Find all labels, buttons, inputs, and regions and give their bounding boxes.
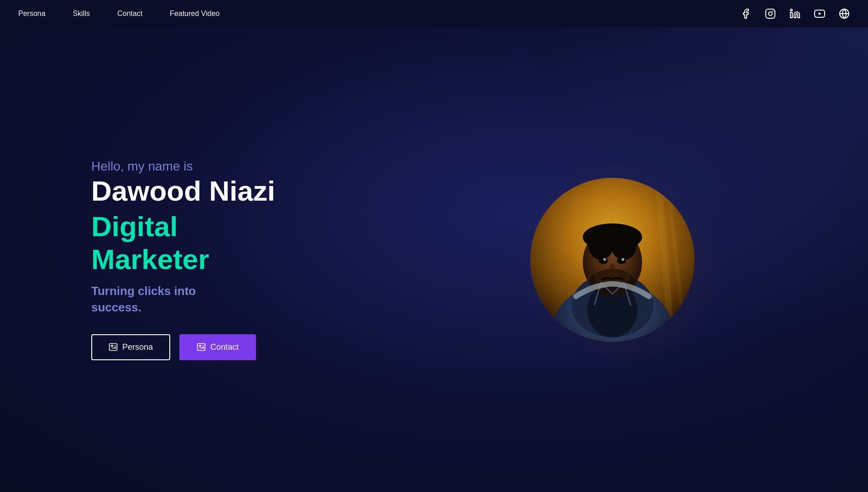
globe-icon[interactable] (839, 8, 850, 19)
svg-point-3 (790, 9, 792, 11)
svg-point-25 (599, 258, 608, 264)
role-line2: Marketer (91, 243, 209, 275)
svg-rect-9 (198, 344, 205, 351)
hero-content: Hello, my name is Dawood Niazi Digital M… (91, 159, 275, 360)
svg-point-8 (111, 345, 113, 347)
persona-button-icon (109, 342, 118, 352)
tagline-text: Turning clicks into success. (91, 283, 275, 316)
nav-link-featured-video[interactable]: Featured Video (170, 10, 220, 17)
contact-button[interactable]: Contact (179, 334, 256, 360)
svg-point-28 (622, 258, 624, 261)
nav-link-contact[interactable]: Contact (117, 10, 142, 17)
hero-buttons: Persona Contact (91, 334, 275, 360)
greeting-text: Hello, my name is (91, 159, 275, 174)
avatar-svg (530, 178, 695, 342)
navbar: Persona Skills Contact Featured Video (0, 0, 868, 27)
nav-item-skills[interactable]: Skills (73, 10, 90, 18)
role-heading: Digital Marketer (91, 210, 275, 275)
nav-item-contact[interactable]: Contact (117, 10, 142, 18)
nav-link-skills[interactable]: Skills (73, 10, 90, 17)
tagline-line1: Turning clicks into (91, 284, 196, 298)
youtube-icon[interactable] (814, 8, 825, 19)
svg-point-27 (603, 258, 606, 261)
persona-button-label: Persona (122, 342, 153, 352)
svg-point-1 (769, 12, 772, 16)
svg-point-10 (199, 345, 201, 347)
nav-links: Persona Skills Contact Featured Video (18, 10, 220, 18)
nav-item-featured-video[interactable]: Featured Video (170, 10, 220, 18)
tagline-line2: success. (91, 300, 141, 314)
svg-point-26 (617, 258, 626, 264)
linkedin-icon[interactable] (790, 8, 800, 19)
svg-rect-7 (110, 344, 117, 351)
avatar-circle (530, 178, 695, 342)
contact-button-icon (197, 342, 206, 352)
instagram-icon[interactable] (765, 8, 776, 19)
avatar-container (530, 178, 695, 342)
contact-button-label: Contact (210, 342, 239, 352)
hero-section: Hello, my name is Dawood Niazi Digital M… (0, 27, 868, 492)
svg-rect-0 (766, 9, 775, 18)
svg-point-2 (772, 10, 773, 11)
nav-item-persona[interactable]: Persona (18, 10, 46, 18)
svg-point-22 (611, 231, 637, 260)
facebook-icon[interactable] (740, 8, 751, 19)
nav-link-persona[interactable]: Persona (18, 10, 46, 17)
social-icons (740, 8, 850, 19)
svg-marker-4 (819, 12, 821, 15)
role-line1: Digital (91, 211, 178, 242)
persona-button[interactable]: Persona (91, 334, 170, 360)
name-heading: Dawood Niazi (91, 176, 275, 207)
